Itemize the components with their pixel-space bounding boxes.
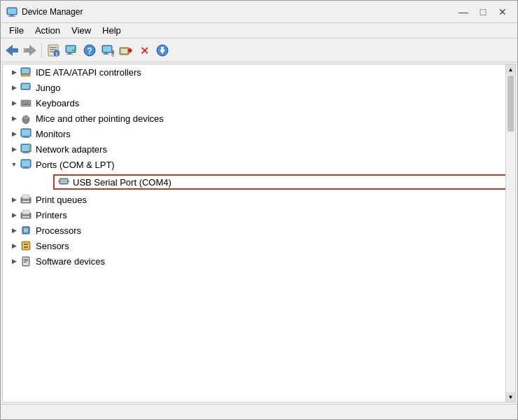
- svg-rect-33: [21, 74, 30, 76]
- svg-rect-94: [24, 246, 28, 248]
- label-ide-atapi: IDE ATA/ATAPI controllers: [36, 67, 141, 78]
- icon-monitors: [20, 127, 32, 140]
- icon-software-devices: [20, 255, 32, 267]
- svg-marker-5: [24, 45, 36, 56]
- update-driver-button[interactable]: [63, 42, 80, 59]
- menu-view[interactable]: View: [66, 24, 97, 37]
- icon-keyboards: [20, 97, 32, 109]
- svg-marker-4: [6, 45, 18, 56]
- svg-point-24: [112, 53, 115, 56]
- scrollbar-thumb[interactable]: [507, 76, 514, 132]
- menu-file[interactable]: File: [4, 24, 29, 37]
- tree-item-software-devices[interactable]: ▶ Software devices: [3, 253, 515, 269]
- tree-item-processors[interactable]: ▶: [3, 223, 515, 238]
- tree-item-ports[interactable]: ▼ Ports (COM & LPT): [3, 157, 515, 172]
- expand-arrow-printers[interactable]: ▶: [8, 209, 20, 220]
- expand-arrow-mice[interactable]: ▶: [8, 113, 20, 124]
- svg-rect-42: [29, 102, 29, 103]
- scrollbar-down-arrow[interactable]: ▼: [506, 392, 515, 402]
- tree-item-usb-serial[interactable]: USB Serial Port (COM4): [53, 174, 510, 190]
- label-sensors: Sensors: [36, 241, 69, 251]
- expand-arrow-monitors[interactable]: ▶: [8, 128, 20, 139]
- svg-rect-8: [50, 49, 57, 50]
- tree-item-print-queues[interactable]: ▶ Print queues: [3, 192, 515, 207]
- forward-button[interactable]: [22, 42, 38, 59]
- download-button[interactable]: [154, 42, 171, 59]
- svg-rect-7: [50, 47, 57, 48]
- tree-item-jungo[interactable]: ▶ Jungo: [3, 80, 515, 95]
- expand-arrow-jungo[interactable]: ▶: [8, 82, 20, 93]
- tree-item-sensors[interactable]: ▶ Sensors: [3, 238, 515, 253]
- svg-rect-13: [68, 52, 71, 54]
- svg-rect-78: [24, 228, 28, 232]
- label-monitors: Monitors: [36, 129, 71, 139]
- svg-rect-21: [103, 54, 109, 55]
- svg-rect-58: [29, 147, 31, 151]
- svg-rect-39: [22, 102, 24, 103]
- device-manager-window: Device Manager — □ ✕ File Action View He…: [0, 0, 518, 420]
- label-software-devices: Software devices: [36, 256, 105, 267]
- svg-rect-99: [24, 262, 27, 262]
- svg-rect-53: [22, 137, 29, 138]
- icon-ports: [20, 158, 32, 171]
- svg-rect-1: [10, 15, 14, 16]
- scrollbar-up-arrow[interactable]: ▲: [506, 64, 515, 74]
- toolbar: i ?: [1, 38, 517, 62]
- help-button[interactable]: ?: [81, 42, 98, 59]
- uninstall-button[interactable]: ✕: [136, 42, 153, 59]
- menu-help[interactable]: Help: [97, 24, 127, 37]
- icon-mice: [20, 112, 32, 125]
- tree-item-monitors[interactable]: ▶ Monitors: [3, 126, 515, 141]
- svg-rect-70: [22, 201, 29, 202]
- svg-rect-62: [22, 168, 29, 169]
- svg-rect-44: [24, 104, 28, 105]
- add-legacy-button[interactable]: [118, 42, 134, 59]
- expand-arrow-network[interactable]: ▶: [8, 144, 20, 155]
- expand-arrow-ide[interactable]: ▶: [8, 66, 20, 78]
- svg-text:✕: ✕: [140, 45, 149, 57]
- icon-processors: [20, 224, 32, 237]
- expand-arrow-processors[interactable]: ▶: [8, 225, 20, 236]
- window-controls: — □ ✕: [454, 5, 512, 19]
- svg-rect-51: [22, 130, 30, 136]
- svg-rect-40: [24, 102, 26, 103]
- minimize-button[interactable]: —: [454, 5, 472, 19]
- label-mice: Mice and other pointing devices: [36, 113, 164, 124]
- title-bar: Device Manager — □ ✕: [1, 1, 517, 23]
- svg-rect-66: [58, 181, 59, 182]
- expand-arrow-keyboards[interactable]: ▶: [8, 97, 20, 108]
- svg-rect-41: [27, 102, 28, 103]
- label-print-queues: Print queues: [36, 195, 87, 205]
- scan-button[interactable]: [99, 42, 116, 59]
- expand-arrow-software[interactable]: ▶: [8, 255, 20, 267]
- expand-arrow-sensors[interactable]: ▶: [8, 240, 20, 251]
- menu-action[interactable]: Action: [29, 24, 66, 37]
- maximize-button[interactable]: □: [474, 5, 492, 19]
- label-keyboards: Keyboards: [36, 98, 79, 108]
- tree-item-printers[interactable]: ▶ Printers: [3, 207, 515, 223]
- svg-text:i: i: [56, 52, 57, 57]
- expand-arrow-ports[interactable]: ▼: [8, 159, 20, 170]
- svg-rect-65: [61, 180, 66, 183]
- tree-item-keyboards[interactable]: ▶ Keyboards: [3, 95, 515, 111]
- svg-rect-96: [23, 258, 29, 265]
- icon-print-queues: [20, 193, 32, 206]
- tree-item-network[interactable]: ▶ Network adapters: [3, 141, 515, 157]
- content-area: ▶ IDE ATA/ATAPI controllers ▶: [1, 62, 517, 404]
- svg-rect-74: [22, 216, 29, 218]
- svg-rect-36: [22, 84, 29, 89]
- scrollbar[interactable]: ▲ ▼: [505, 64, 515, 402]
- tree-item-mice[interactable]: ▶ Mice and other pointing devices: [3, 111, 515, 126]
- svg-rect-97: [24, 259, 28, 260]
- properties-button[interactable]: i: [45, 42, 62, 59]
- svg-rect-73: [22, 210, 29, 214]
- svg-rect-57: [22, 153, 29, 153]
- svg-point-71: [28, 199, 29, 200]
- close-button[interactable]: ✕: [493, 5, 512, 19]
- expand-arrow-print-queues[interactable]: ▶: [8, 194, 20, 205]
- svg-rect-14: [66, 54, 73, 55]
- back-button[interactable]: [4, 42, 20, 59]
- tree-item-ide-atapi[interactable]: ▶ IDE ATA/ATAPI controllers: [3, 64, 515, 80]
- svg-rect-26: [121, 49, 127, 53]
- device-tree[interactable]: ▶ IDE ATA/ATAPI controllers ▶: [2, 64, 516, 402]
